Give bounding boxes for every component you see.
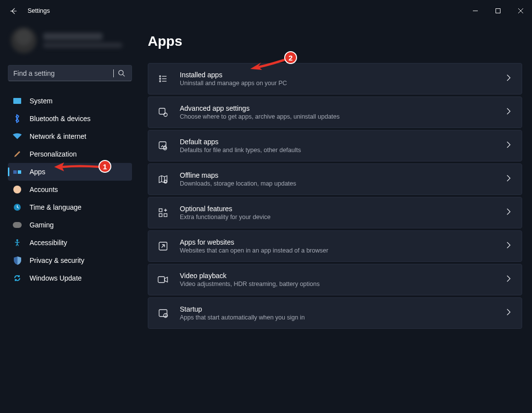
search-icon[interactable] [114,66,129,81]
svg-point-4 [160,76,161,77]
sidebar-item-apps[interactable]: Apps [8,163,132,181]
sidebar-item-bluetooth[interactable]: Bluetooth & devices [8,110,132,127]
card-title: Apps for websites [180,238,328,246]
main-content: Apps Installed apps Uninstall and manage… [148,22,532,413]
card-video-playback[interactable]: Video playback Video adjustments, HDR st… [148,264,522,295]
window-controls [464,1,532,21]
clock-icon [13,203,22,212]
card-title: Video playback [180,272,320,280]
back-button[interactable] [4,1,24,21]
chevron-right-icon [506,108,511,117]
app-settings-icon [157,106,169,118]
apps-icon [13,167,22,176]
person-icon [13,185,22,194]
svg-point-5 [160,78,161,80]
sidebar-item-privacy[interactable]: Privacy & security [8,252,132,269]
minimize-button[interactable] [464,1,487,21]
user-profile[interactable] [11,25,140,56]
sidebar-item-label: Privacy & security [30,256,84,264]
sidebar-item-label: Bluetooth & devices [30,115,91,123]
card-offline-maps[interactable]: Offline maps Downloads, storage location… [148,163,522,195]
sidebar-nav: System Bluetooth & devices Network & int… [8,92,140,287]
sidebar-item-windows-update[interactable]: Windows Update [8,269,132,287]
svg-rect-12 [159,209,162,212]
update-icon [13,274,22,283]
svg-point-6 [160,81,161,82]
accessibility-icon [13,238,22,247]
list-icon [157,73,169,85]
sidebar-item-label: System [30,97,53,105]
default-apps-icon [157,140,169,152]
sidebar-item-label: Accounts [30,186,58,193]
sidebar-item-label: Personalization [30,150,77,158]
user-profile-text [43,33,122,48]
close-button[interactable] [509,1,532,21]
card-subtitle: Downloads, storage location, map updates [180,180,296,187]
grid-plus-icon [157,207,169,219]
sidebar-item-accounts[interactable]: Accounts [8,181,132,198]
sidebar-item-label: Accessibility [30,239,67,247]
card-title: Startup [180,305,305,313]
card-title: Offline maps [180,171,296,179]
card-title: Advanced app settings [180,104,340,112]
chevron-right-icon [506,74,511,83]
card-title: Default apps [180,138,301,146]
svg-rect-16 [158,277,165,283]
gamepad-icon [13,221,22,229]
shield-icon [13,256,22,265]
svg-rect-13 [159,214,162,217]
sidebar-item-time-language[interactable]: Time & language [8,198,132,216]
chevron-right-icon [506,242,511,251]
annotation-badge-2: 2 [284,51,297,64]
window-title: Settings [24,7,50,14]
avatar [11,28,36,53]
card-default-apps[interactable]: Default apps Defaults for file and link … [148,130,522,161]
sidebar-item-gaming[interactable]: Gaming [8,216,132,234]
wifi-icon [13,132,22,141]
card-subtitle: Extra functionality for your device [180,214,270,221]
titlebar: Settings [0,0,532,22]
card-apps-for-websites[interactable]: Apps for websites Websites that can open… [148,230,522,262]
chevron-right-icon [506,175,511,184]
chevron-right-icon [506,309,511,318]
chevron-right-icon [506,141,511,150]
card-installed-apps[interactable]: Installed apps Uninstall and manage apps… [148,63,522,95]
page-title: Apps [148,33,522,49]
card-optional-features[interactable]: Optional features Extra functionality fo… [148,197,522,228]
sidebar-item-label: Network & internet [30,132,86,140]
card-subtitle: Uninstall and manage apps on your PC [180,80,287,87]
card-subtitle: Choose where to get apps, archive apps, … [180,113,340,120]
search-box[interactable] [8,65,132,81]
svg-point-1 [118,70,123,75]
card-title: Installed apps [180,71,287,79]
sidebar-item-label: Windows Update [30,274,82,282]
sidebar-item-label: Gaming [30,221,54,229]
maximize-button[interactable] [487,1,509,21]
card-advanced-app-settings[interactable]: Advanced app settings Choose where to ge… [148,96,522,128]
sidebar-item-network[interactable]: Network & internet [8,127,132,145]
open-in-app-icon [157,240,169,252]
sidebar-item-label: Time & language [30,203,81,211]
card-startup[interactable]: Startup Apps that start automatically wh… [148,297,522,329]
card-subtitle: Video adjustments, HDR streaming, batter… [180,281,320,287]
svg-rect-14 [164,214,167,217]
bluetooth-icon [13,114,22,123]
svg-rect-0 [496,9,500,13]
video-icon [157,274,169,286]
sidebar: System Bluetooth & devices Network & int… [0,22,148,413]
sidebar-item-accessibility[interactable]: Accessibility [8,234,132,252]
card-subtitle: Websites that can open in an app instead… [180,247,328,254]
card-subtitle: Defaults for file and link types, other … [180,147,301,154]
card-title: Optional features [180,205,270,213]
settings-cards: Installed apps Uninstall and manage apps… [148,63,522,329]
search-input[interactable] [13,69,112,77]
sidebar-item-system[interactable]: System [8,92,132,110]
sidebar-item-personalization[interactable]: Personalization [8,145,132,163]
svg-point-8 [164,113,167,117]
startup-icon [157,307,169,319]
chevron-right-icon [506,275,511,284]
chevron-right-icon [506,208,511,217]
paintbrush-icon [13,150,22,159]
annotation-badge-1: 1 [99,160,111,173]
display-icon [13,96,22,105]
